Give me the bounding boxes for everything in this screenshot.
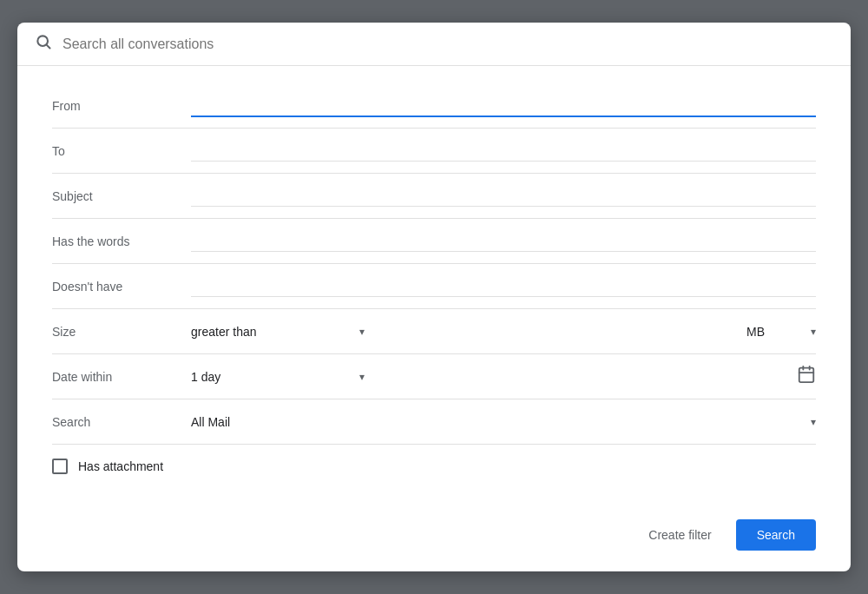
size-row: Size greater than less than ▾ MB KB Byte… [52,309,816,354]
search-button[interactable]: Search [736,519,816,551]
to-row: To [52,129,816,174]
to-label: To [52,144,191,158]
filter-form: From To Subject Has the words [17,66,851,505]
size-select-wrapper: greater than less than ▾ [191,325,365,339]
date-within-row: Date within 1 day 3 days 1 week 2 weeks … [52,354,816,399]
search-scope-row: Search All Mail Inbox Sent Mail Drafts S… [52,399,816,445]
unit-select-wrapper: MB KB Bytes ▾ [746,325,816,339]
date-chevron-icon: ▾ [359,371,365,383]
create-filter-button[interactable]: Create filter [635,521,725,549]
size-select[interactable]: greater than less than [191,325,274,339]
date-select-wrapper: 1 day 3 days 1 week 2 weeks 1 month 2 mo… [191,370,365,384]
search-icon [35,33,52,55]
calendar-icon[interactable] [797,365,816,388]
size-chevron-icon: ▾ [359,326,365,338]
search-scope-select[interactable]: All Mail Inbox Sent Mail Drafts Starred … [191,415,816,429]
search-dialog: From To Subject Has the words [17,23,851,571]
unit-select[interactable]: MB KB Bytes [746,325,795,339]
svg-line-1 [47,45,50,49]
search-bar [17,23,851,66]
has-the-words-row: Has the words [52,219,816,264]
doesnt-have-row: Doesn't have [52,264,816,309]
search-scope-select-wrapper: All Mail Inbox Sent Mail Drafts Starred … [191,415,816,429]
subject-label: Subject [52,189,191,203]
has-the-words-input[interactable] [191,230,816,251]
search-scope-label: Search [52,415,191,429]
from-input[interactable] [191,95,816,116]
from-label: From [52,99,191,113]
from-row: From [52,83,816,129]
has-attachment-label: Has attachment [78,459,163,473]
has-the-words-label: Has the words [52,234,191,248]
date-within-label: Date within [52,370,191,384]
doesnt-have-input[interactable] [191,275,816,296]
footer-buttons: Create filter Search [17,505,851,571]
doesnt-have-label: Doesn't have [52,280,191,294]
to-input[interactable] [191,140,816,161]
date-select[interactable]: 1 day 3 days 1 week 2 weeks 1 month 2 mo… [191,370,259,384]
unit-chevron-icon: ▾ [811,326,816,338]
subject-input[interactable] [191,185,816,206]
has-attachment-checkbox[interactable] [52,459,68,474]
size-label: Size [52,325,191,339]
has-attachment-row: Has attachment [52,445,816,488]
search-all-conversations-input[interactable] [62,36,833,52]
svg-rect-2 [799,368,814,383]
subject-row: Subject [52,174,816,219]
